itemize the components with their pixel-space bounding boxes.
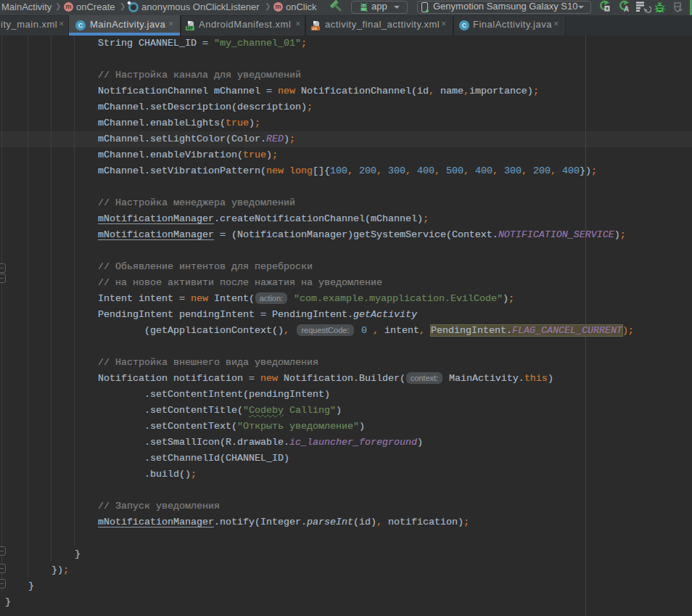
svg-text:cx: cx [313,26,318,30]
svg-text:MF: MF [186,25,193,30]
svg-text:A: A [624,5,629,13]
